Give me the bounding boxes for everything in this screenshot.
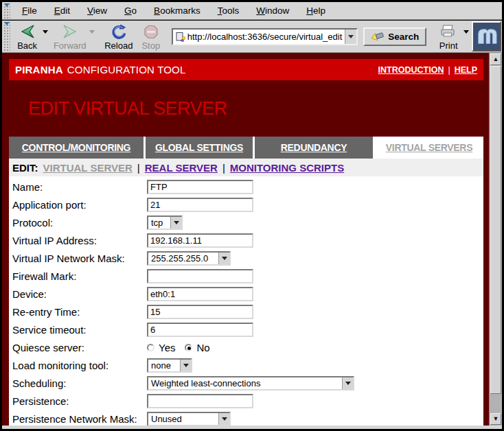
field-label: Persistence: [12, 395, 147, 407]
scroll-up-icon: ▲ [493, 56, 499, 62]
scroll-up-button[interactable]: ▲ [490, 54, 501, 65]
form-row: Protocol: tcp [9, 213, 483, 231]
reload-icon [110, 23, 128, 40]
forward-button[interactable]: Forward [51, 23, 89, 51]
brand-subtitle: CONFIGURATION TOOL [67, 64, 186, 75]
chevron-down-icon [218, 253, 229, 264]
stop-button[interactable]: Stop [136, 23, 166, 51]
piranha-header: PIRANHA CONFIGURATION TOOL INTRODUCTION … [9, 59, 483, 80]
form-row: Persistence: [9, 392, 483, 410]
menu-bookmarks[interactable]: Bookmarks [154, 5, 201, 16]
form-row: Name: [9, 178, 483, 196]
scheduling-select[interactable]: Weighted least-connections [147, 376, 354, 391]
name-input[interactable] [147, 180, 253, 194]
page-proxy-icon[interactable] [175, 32, 185, 42]
toolbar-grip[interactable] [3, 21, 10, 51]
field-label: Protocol: [12, 217, 147, 229]
field-label: Persistence Network Mask: [12, 413, 147, 425]
reload-button[interactable]: Reload [102, 23, 136, 51]
vertical-scrollbar[interactable]: ▲ ▼ [489, 53, 502, 426]
persistence-input[interactable] [147, 394, 253, 408]
tab-control-monitoring[interactable]: CONTROL/MONITORING [9, 137, 144, 159]
form-row: Virtual IP Address: [9, 231, 483, 249]
browser-window: File Edit View Go Bookmarks Tools Window… [0, 0, 504, 431]
introduction-link[interactable]: INTRODUCTION [378, 65, 444, 75]
forward-arrow-icon [61, 23, 79, 40]
form-row: Device: [9, 285, 483, 303]
url-input[interactable]: http://localhost:3636/secure/virtual_edi… [187, 32, 345, 42]
menu-window[interactable]: Window [256, 5, 289, 16]
field-label: Name: [12, 181, 147, 193]
print-dropdown-icon[interactable] [463, 30, 469, 34]
field-label: Device: [12, 288, 147, 300]
form-row: Scheduling: Weighted least-connections [9, 374, 483, 392]
service-timeout-input[interactable] [147, 323, 253, 337]
field-label: Firewall Mark: [12, 270, 147, 282]
subnav-virtual-server-current: VIRTUAL SERVER [43, 162, 133, 174]
form-row: Persistence Network Mask: Unused [9, 410, 483, 426]
printer-icon [440, 23, 457, 40]
device-input[interactable] [147, 287, 253, 301]
protocol-select[interactable]: tcp [147, 216, 183, 230]
chevron-down-icon [342, 377, 353, 389]
chevron-down-icon [348, 35, 354, 38]
back-dropdown-icon[interactable] [43, 30, 48, 34]
menu-go[interactable]: Go [124, 5, 137, 16]
tab-virtual-servers[interactable]: VIRTUAL SERVERS [375, 137, 483, 159]
url-history-dropdown[interactable] [345, 30, 356, 44]
virtual-server-form: Name: Application port: Protocol: tcp Vi… [9, 176, 483, 426]
tab-global-settings[interactable]: GLOBAL SETTINGS [146, 137, 253, 159]
scroll-down-icon: ▼ [493, 416, 499, 422]
quiesce-no-radio[interactable] [185, 344, 192, 351]
menu-file[interactable]: File [22, 5, 37, 16]
radio-label: Yes [159, 342, 175, 353]
print-button[interactable]: Print [433, 23, 463, 51]
subnav-real-server-link[interactable]: REAL SERVER [145, 162, 218, 174]
toolbar-grip[interactable] [3, 3, 10, 19]
chevron-down-icon [180, 360, 191, 371]
load-monitoring-select[interactable]: none [147, 358, 192, 373]
persistence-netmask-select[interactable]: Unused [147, 412, 231, 426]
search-flashlight-icon [371, 31, 385, 42]
subnav-monitoring-scripts-link[interactable]: MONITORING SCRIPTS [230, 162, 344, 174]
search-button[interactable]: Search [363, 27, 426, 46]
menu-bar: File Edit View Go Bookmarks Tools Window… [2, 2, 502, 20]
page-viewport: PIRANHA CONFIGURATION TOOL INTRODUCTION … [2, 53, 502, 426]
edit-subnav: EDIT: VIRTUAL SERVER | REAL SERVER | MON… [9, 159, 483, 176]
form-row: Virtual IP Network Mask: 255.255.255.0 [9, 249, 483, 267]
chevron-down-icon [218, 413, 229, 425]
help-link[interactable]: HELP [455, 65, 477, 75]
back-button[interactable]: Back [12, 23, 43, 51]
field-label: Virtual IP Address: [12, 235, 147, 246]
menu-help[interactable]: Help [306, 5, 325, 16]
form-row: Re-entry Time: [9, 303, 483, 321]
virtual-ip-netmask-select[interactable]: 255.255.255.0 [147, 251, 231, 266]
field-label: Service timeout: [12, 324, 147, 336]
form-row: Firewall Mark: [9, 267, 483, 285]
quiesce-yes-radio[interactable] [147, 344, 154, 351]
window-bottom-edge [2, 426, 502, 429]
form-row: Application port: [9, 196, 483, 213]
stop-icon [143, 23, 159, 40]
menu-tools[interactable]: Tools [218, 5, 240, 16]
scroll-down-button[interactable]: ▼ [490, 413, 501, 425]
forward-dropdown-icon[interactable] [89, 30, 95, 34]
application-port-input[interactable] [147, 198, 253, 212]
field-label: Scheduling: [12, 377, 147, 389]
reentry-time-input[interactable] [147, 305, 253, 319]
form-row: Load monitoring tool: none [9, 356, 483, 374]
field-label: Load monitoring tool: [12, 360, 147, 371]
tab-redundancy[interactable]: REDUNDANCY [255, 137, 373, 159]
radio-label: No [196, 342, 209, 353]
menu-view[interactable]: View [87, 5, 107, 16]
url-bar[interactable]: http://localhost:3636/secure/virtual_edi… [172, 28, 358, 45]
mozilla-logo-icon[interactable] [472, 21, 501, 51]
firewall-mark-input[interactable] [147, 269, 253, 283]
back-arrow-icon [19, 23, 36, 40]
content-area: CONTROL/MONITORING GLOBAL SETTINGS REDUN… [9, 137, 483, 426]
scrollbar-thumb[interactable] [490, 66, 501, 394]
virtual-ip-address-input[interactable] [147, 233, 253, 248]
main-tabs: CONTROL/MONITORING GLOBAL SETTINGS REDUN… [9, 137, 483, 159]
form-row: Service timeout: [9, 321, 483, 338]
menu-edit[interactable]: Edit [54, 5, 70, 16]
